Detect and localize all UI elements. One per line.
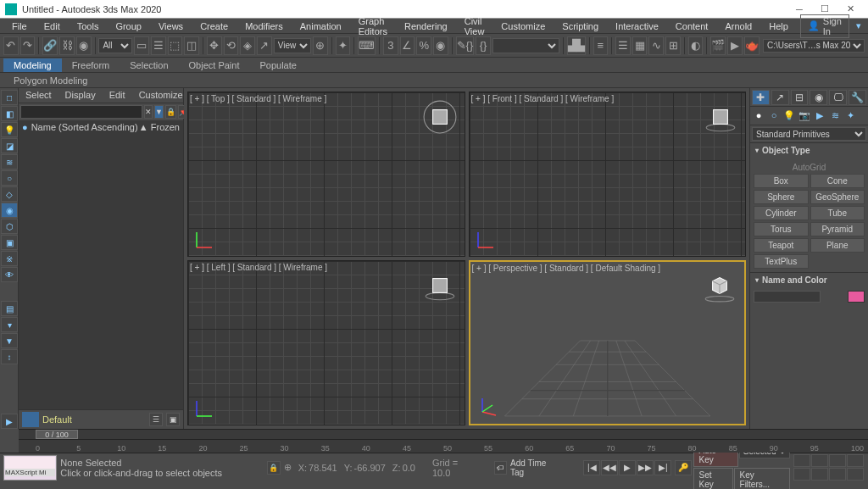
select-scale-button[interactable]: ◈ — [240, 36, 255, 55]
cylinder-button[interactable]: Cylinder — [754, 206, 809, 220]
collapse-icon[interactable]: ▾ — [1, 317, 18, 332]
angle-snap-button[interactable]: ∠ — [400, 36, 415, 55]
selection-filter[interactable]: All — [98, 38, 132, 53]
zoom-all-button[interactable] — [811, 454, 828, 467]
zoom-button[interactable] — [793, 454, 810, 467]
edit-selection-button[interactable]: ✎{} — [456, 36, 475, 55]
select-manipulate-button[interactable]: ✦ — [336, 36, 351, 55]
project-path-select[interactable]: C:\Users\T…s Max 2020 — [763, 39, 865, 53]
default-layer[interactable]: Default — [42, 414, 72, 425]
menu-grapheditors[interactable]: Graph Editors — [350, 14, 396, 38]
viewport-top-label[interactable]: [ + ] [ Top ] [ Standard ] [ Wireframe ] — [190, 94, 326, 103]
next-frame-button[interactable]: ▶▶ — [637, 460, 654, 475]
link-button[interactable]: 🔗 — [42, 36, 58, 55]
key-mode-button[interactable]: 🔑 — [675, 460, 691, 475]
autogrid-checkbox[interactable]: AutoGrid — [754, 161, 865, 174]
snap-toggle-button[interactable]: 3 — [383, 36, 398, 55]
menu-help[interactable]: Help — [760, 19, 797, 33]
cameras-icon[interactable]: 📷 — [798, 108, 811, 122]
name-column[interactable]: Name (Sorted Ascending) — [31, 122, 139, 132]
viewcube-top[interactable] — [422, 99, 458, 135]
viewport-perspective[interactable]: [ + ] [ Perspective ] [ Standard ] [ Def… — [469, 260, 747, 425]
scene-search-input[interactable] — [20, 105, 142, 119]
utilities-tab[interactable]: 🔧 — [849, 90, 866, 105]
viewcube-front[interactable] — [703, 99, 738, 135]
camera-icon[interactable]: ◪ — [1, 138, 18, 153]
menu-edit[interactable]: Edit — [36, 19, 69, 33]
filter-icon[interactable]: ▼ — [1, 333, 18, 348]
tube-button[interactable]: Tube — [810, 206, 865, 220]
viewport-left-label[interactable]: [ + ] [ Left ] [ Standard ] [ Wireframe … — [190, 263, 327, 272]
menu-modifiers[interactable]: Modifiers — [236, 19, 292, 33]
setkey-button[interactable]: Set Key — [693, 468, 733, 489]
menu-scripting[interactable]: Scripting — [554, 19, 607, 33]
keyboard-shortcut-button[interactable]: ⌨ — [358, 36, 376, 55]
spinner-snap-button[interactable]: ◉ — [433, 36, 448, 55]
select-object-button[interactable]: ▭ — [134, 36, 149, 55]
viewport-layout-icon[interactable] — [22, 412, 39, 427]
select-all-icon[interactable]: □ — [1, 90, 18, 105]
material-editor-button[interactable]: ◐ — [688, 36, 704, 55]
bind-button[interactable]: ◉ — [76, 36, 92, 55]
polygon-modeling-panel[interactable]: Polygon Modeling — [3, 74, 97, 87]
time-ruler[interactable]: 0510152025303540455055606570758085909510… — [19, 439, 868, 453]
ribbon-objectpaint[interactable]: Object Paint — [179, 58, 250, 72]
menu-civilview[interactable]: Civil View — [456, 14, 493, 38]
viewcube-left[interactable] — [422, 268, 458, 303]
ribbon-modeling[interactable]: Modeling — [3, 58, 62, 72]
curve-editor-button[interactable]: ∿ — [648, 36, 664, 55]
geometry-icon[interactable]: ● — [752, 108, 765, 122]
percent-snap-button[interactable]: % — [416, 36, 431, 55]
select-region-button[interactable]: ⬚ — [168, 36, 183, 55]
add-time-tag[interactable]: Add Time Tag — [510, 458, 559, 477]
menu-arnold[interactable]: Arnold — [716, 19, 760, 33]
toggle-ribbon-button[interactable]: ▦ — [632, 36, 648, 55]
frozen-column[interactable]: ▲ Frozen — [139, 122, 180, 132]
helpers-icon[interactable]: ▶ — [813, 108, 826, 122]
scene-tree[interactable] — [19, 134, 183, 409]
layers-icon[interactable]: ☰ — [149, 413, 163, 426]
lock-icon[interactable]: 🔒 — [165, 105, 176, 119]
expand-icon[interactable]: ▤ — [1, 301, 18, 316]
menu-content[interactable]: Content — [667, 19, 717, 33]
time-slider[interactable]: 0 / 100 — [36, 430, 78, 439]
menu-animation[interactable]: Animation — [292, 19, 350, 33]
pivot-center-button[interactable]: ⊕ — [313, 36, 328, 55]
select-place-button[interactable]: ↗ — [257, 36, 272, 55]
mirror-button[interactable]: ▟▙ — [567, 36, 586, 55]
render-button[interactable]: 🫖 — [744, 36, 760, 55]
lights-icon[interactable]: 💡 — [782, 108, 796, 122]
shapes-icon[interactable]: ○ — [767, 108, 781, 122]
maxscript-listener[interactable]: MAXScript Mi — [3, 455, 57, 481]
object-type-header[interactable]: Object Type — [750, 143, 868, 158]
render-frame-button[interactable]: ▶ — [727, 36, 743, 55]
sphere-button[interactable]: Sphere — [754, 190, 809, 204]
helper-icon[interactable]: ≋ — [1, 154, 18, 169]
isolate-icon[interactable]: ▣ — [166, 413, 180, 426]
prev-frame-button[interactable]: ◀◀ — [601, 460, 618, 475]
expand-panel-icon[interactable]: ▶ — [1, 414, 18, 429]
goto-start-button[interactable]: |◀ — [583, 460, 600, 475]
ribbon-populate[interactable]: Populate — [249, 58, 306, 72]
viewcube-persp[interactable] — [702, 269, 737, 304]
clear-search-icon[interactable]: ✕ — [144, 105, 153, 119]
color-swatch[interactable] — [848, 291, 865, 303]
chevron-down-icon[interactable]: ▾ — [856, 20, 861, 31]
window-crossing-button[interactable]: ◫ — [184, 36, 199, 55]
schematic-view-button[interactable]: ⊞ — [665, 36, 681, 55]
select-name-button[interactable]: ☰ — [151, 36, 166, 55]
redo-button[interactable]: ↷ — [20, 36, 36, 55]
object-name-input[interactable] — [754, 291, 821, 303]
unlink-button[interactable]: ⛓ — [59, 36, 75, 55]
light-icon[interactable]: 💡 — [1, 122, 18, 137]
scene-tab-edit[interactable]: Edit — [103, 88, 132, 103]
scene-tab-select[interactable]: Select — [19, 88, 58, 103]
layer-explorer-button[interactable]: ☰ — [615, 36, 631, 55]
keyfilters-button[interactable]: Key Filters... — [734, 468, 790, 489]
shape-icon[interactable]: ○ — [1, 170, 18, 186]
select-rotate-button[interactable]: ⟲ — [224, 36, 239, 55]
menu-rendering[interactable]: Rendering — [396, 19, 456, 33]
ribbon-freeform[interactable]: Freeform — [62, 58, 120, 72]
maximize-viewport-button[interactable] — [847, 468, 864, 481]
time-tag-icon[interactable]: 🏷 — [494, 461, 507, 475]
